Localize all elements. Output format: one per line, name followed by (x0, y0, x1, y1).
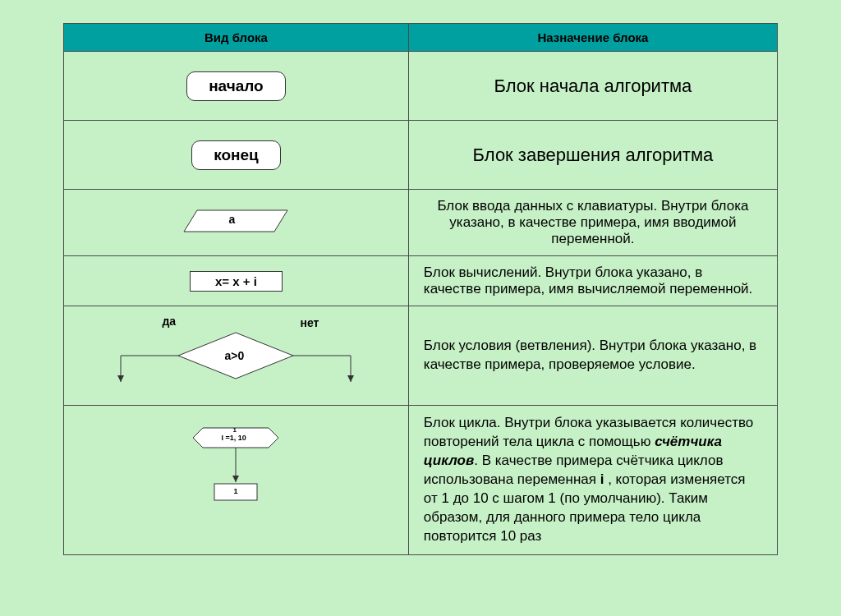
flowchart-blocks-table: Вид блока Назначение блока начало Блок н… (63, 23, 778, 555)
process-rect-shape: x= x + i (190, 271, 283, 292)
desc-input: Блок ввода данных с клавиатуры. Внутри б… (408, 190, 777, 256)
table-header-row: Вид блока Назначение блока (64, 24, 778, 52)
svg-marker-7 (347, 375, 354, 382)
input-parallelogram-shape: a (182, 209, 289, 237)
loop-range-label: I =1, 10 (221, 434, 246, 442)
table-row: 1 I =1, 10 1 Блок цикла. Внутри блока ук… (64, 406, 778, 555)
decision-no-label: нет (300, 316, 319, 329)
desc-process: Блок вычислений. Внутри блока указано, в… (408, 256, 777, 306)
table-row: a Блок ввода данных с клавиатуры. Внутри… (64, 190, 778, 256)
table-row: да нет a>0 Блок условия (ветвления). Вну… (64, 306, 778, 406)
decision-diamond-shape: да нет a>0 (88, 315, 384, 397)
table-row: x= x + i Блок вычислений. Внутри блока у… (64, 256, 778, 306)
svg-marker-4 (117, 375, 124, 382)
header-block-type: Вид блока (64, 24, 409, 52)
terminator-start-shape: начало (186, 71, 286, 101)
loop-block-shape: 1 I =1, 10 1 (170, 418, 301, 541)
desc-start: Блок начала алгоритма (408, 52, 777, 121)
table-row: начало Блок начала алгоритма (64, 52, 778, 121)
svg-marker-10 (232, 476, 239, 482)
decision-condition-label: a>0 (224, 349, 244, 362)
header-block-purpose: Назначение блока (408, 24, 777, 52)
input-label: a (228, 213, 235, 226)
desc-loop: Блок цикла. Внутри блока указывается кол… (408, 406, 777, 555)
svg-marker-0 (184, 210, 287, 232)
desc-decision: Блок условия (ветвления). Внутри блока у… (408, 306, 777, 406)
terminator-end-shape: конец (191, 140, 281, 170)
desc-end: Блок завершения алгоритма (408, 121, 777, 190)
loop-top-label: 1 (232, 426, 236, 434)
loop-body-label: 1 (233, 487, 237, 495)
decision-yes-label: да (162, 315, 176, 328)
table-row: конец Блок завершения алгоритма (64, 121, 778, 190)
